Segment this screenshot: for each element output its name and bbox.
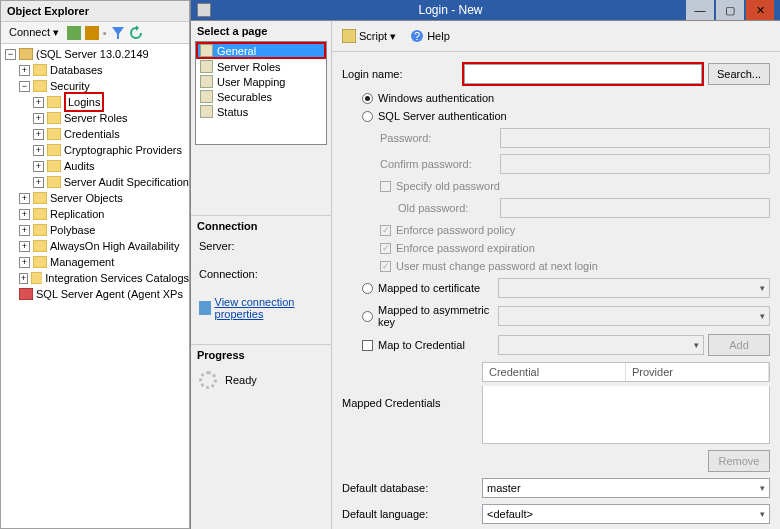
svg-rect-16 <box>33 256 47 268</box>
expand-icon[interactable]: + <box>33 177 44 188</box>
svg-rect-0 <box>67 26 81 40</box>
expand-icon[interactable]: + <box>19 65 30 76</box>
page-item-server-roles[interactable]: Server Roles <box>196 59 326 74</box>
close-button[interactable]: ✕ <box>746 0 774 20</box>
tree-node-server-audit-spec[interactable]: Server Audit Specification <box>64 174 189 190</box>
svg-rect-15 <box>33 240 47 252</box>
map-to-credential-checkbox[interactable]: Map to Credential <box>362 339 498 351</box>
asymkey-select: ▾ <box>498 306 770 326</box>
tree-node-databases[interactable]: Databases <box>50 62 103 78</box>
folder-icon <box>47 128 61 140</box>
filter-icon[interactable] <box>111 26 125 40</box>
mapped-certificate-radio[interactable]: Mapped to certificate <box>362 282 498 294</box>
expand-icon[interactable]: + <box>33 113 44 124</box>
folder-icon <box>33 256 47 268</box>
checkbox-checked-icon: ✓ <box>380 225 391 236</box>
agent-icon <box>19 288 33 300</box>
chevron-down-icon: ▾ <box>694 340 699 350</box>
tree-node-replication[interactable]: Replication <box>50 206 104 222</box>
svg-rect-5 <box>33 80 47 92</box>
add-credential-button: Add <box>708 334 770 356</box>
svg-rect-17 <box>31 272 42 284</box>
svg-rect-13 <box>33 208 47 220</box>
expand-icon[interactable]: + <box>19 257 30 268</box>
view-connection-properties-link[interactable]: View connection properties <box>199 296 323 320</box>
folder-icon <box>47 96 61 108</box>
default-database-select[interactable]: master▾ <box>482 478 770 498</box>
mapped-credentials-list[interactable] <box>482 386 770 444</box>
script-button[interactable]: Script ▾ <box>338 27 400 45</box>
expand-icon[interactable]: + <box>33 145 44 156</box>
expand-icon[interactable]: + <box>19 193 30 204</box>
object-explorer-tree[interactable]: −(SQL Server 13.0.2149 +Databases −Secur… <box>1 44 189 528</box>
help-button[interactable]: ?Help <box>406 27 454 45</box>
server-node[interactable]: (SQL Server 13.0.2149 <box>36 46 149 62</box>
expand-icon[interactable]: + <box>19 225 30 236</box>
specify-old-password-checkbox: Specify old password <box>380 180 500 192</box>
confirm-password-input <box>500 154 770 174</box>
folder-icon <box>47 112 61 124</box>
tree-node-management[interactable]: Management <box>50 254 114 270</box>
svg-rect-8 <box>47 128 61 140</box>
svg-text:?: ? <box>414 30 420 42</box>
refresh-icon[interactable] <box>129 26 143 40</box>
chevron-down-icon: ▾ <box>760 509 765 519</box>
page-item-general[interactable]: General <box>196 42 326 59</box>
maximize-button[interactable]: ▢ <box>716 0 744 20</box>
object-explorer-title: Object Explorer <box>1 1 189 22</box>
tree-node-logins[interactable]: Logins <box>64 92 104 112</box>
disconnect-icon[interactable] <box>85 26 99 40</box>
server-icon <box>19 48 33 60</box>
minimize-button[interactable]: — <box>686 0 714 20</box>
connect-icon[interactable] <box>67 26 81 40</box>
mapped-asymkey-radio[interactable]: Mapped to asymmetric key <box>362 304 498 328</box>
svg-rect-6 <box>47 96 61 108</box>
tree-node-server-objects[interactable]: Server Objects <box>50 190 123 206</box>
expand-icon[interactable]: + <box>19 241 30 252</box>
tree-node-credentials[interactable]: Credentials <box>64 126 120 142</box>
windows-auth-radio[interactable]: Windows authentication <box>362 92 494 104</box>
tree-node-sql-agent[interactable]: SQL Server Agent (Agent XPs <box>36 286 183 302</box>
page-item-user-mapping[interactable]: User Mapping <box>196 74 326 89</box>
login-name-input[interactable] <box>464 64 702 84</box>
radio-off-icon <box>362 111 373 122</box>
svg-rect-12 <box>33 192 47 204</box>
expand-icon[interactable]: + <box>19 209 30 220</box>
default-language-select[interactable]: <default>▾ <box>482 504 770 524</box>
login-new-dialog: Login - New — ▢ ✕ Select a page General … <box>190 0 780 529</box>
page-item-status[interactable]: Status <box>196 104 326 119</box>
old-password-input <box>500 198 770 218</box>
svg-rect-18 <box>19 288 33 300</box>
dialog-titlebar[interactable]: Login - New — ▢ ✕ <box>191 0 780 20</box>
expand-icon[interactable]: + <box>19 273 28 284</box>
tree-node-alwayson[interactable]: AlwaysOn High Availability <box>50 238 179 254</box>
expand-icon[interactable]: + <box>33 129 44 140</box>
page-list[interactable]: General Server Roles User Mapping Secura… <box>195 41 327 145</box>
radio-off-icon <box>362 283 373 294</box>
expand-icon[interactable]: + <box>33 161 44 172</box>
tree-node-integration-services[interactable]: Integration Services Catalogs <box>45 270 189 286</box>
page-icon <box>200 75 213 88</box>
sql-auth-radio[interactable]: SQL Server authentication <box>362 110 507 122</box>
search-button[interactable]: Search... <box>708 63 770 85</box>
script-icon <box>342 29 356 43</box>
tree-node-polybase[interactable]: Polybase <box>50 222 95 238</box>
password-input <box>500 128 770 148</box>
page-item-securables[interactable]: Securables <box>196 89 326 104</box>
svg-rect-10 <box>47 160 61 172</box>
tree-node-server-roles[interactable]: Server Roles <box>64 110 128 126</box>
tree-node-cryptographic-providers[interactable]: Cryptographic Providers <box>64 142 182 158</box>
expand-icon[interactable]: + <box>33 97 44 108</box>
folder-icon <box>33 208 47 220</box>
collapse-icon[interactable]: − <box>5 49 16 60</box>
connect-button[interactable]: Connect ▾ <box>5 25 63 40</box>
chevron-down-icon: ▾ <box>390 30 396 43</box>
default-language-label: Default language: <box>342 508 482 520</box>
page-selector-panel: Select a page General Server Roles User … <box>191 21 331 529</box>
tree-node-audits[interactable]: Audits <box>64 158 95 174</box>
svg-rect-7 <box>47 112 61 124</box>
collapse-icon[interactable]: − <box>19 81 30 92</box>
connection-header: Connection <box>191 215 331 236</box>
connection-label: Connection: <box>199 268 323 280</box>
select-page-header: Select a page <box>191 21 331 41</box>
